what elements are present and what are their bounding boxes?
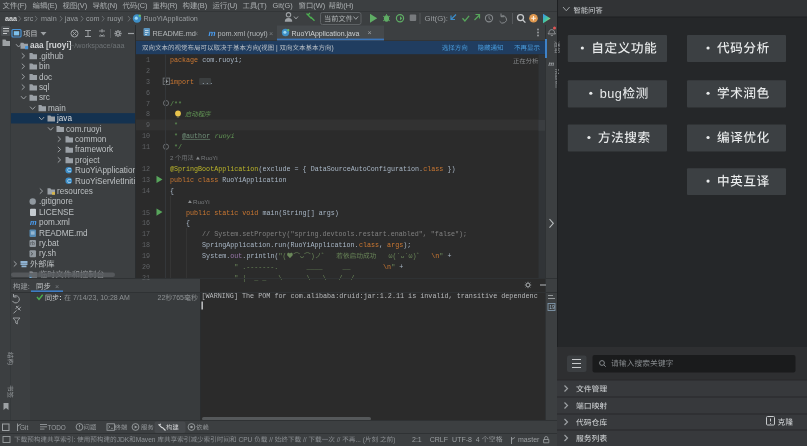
svg-text:src: src xyxy=(24,14,34,23)
svg-text:pom.xml (ruoyi): pom.xml (ruoyi) xyxy=(218,29,268,38)
svg-text:10: 10 xyxy=(142,132,150,140)
svg-text:Git(G): Git(G) xyxy=(273,1,293,10)
svg-text:(N): (N) xyxy=(107,1,117,10)
svg-text:.println(: .println( xyxy=(242,252,278,260)
svg-text://: // xyxy=(335,436,342,443)
svg-text:bin: bin xyxy=(39,62,50,71)
svg-text:12: 12 xyxy=(142,165,150,173)
svg-text:CPU: CPU xyxy=(237,436,255,443)
svg-text:doc: doc xyxy=(39,73,52,82)
svg-text:*: * xyxy=(170,132,182,140)
svg-text:(F): (F) xyxy=(17,1,26,10)
svg-text:" .-------. ____ __: " .-------. ____ __ xyxy=(170,263,383,271)
svg-text:main: main xyxy=(48,104,66,113)
svg-text:13: 13 xyxy=(142,176,150,184)
svg-text:17: 17 xyxy=(142,230,150,238)
svg-text:" | _ _ \ \ \ / /: " | _ _ \ \ \ / / xyxy=(170,274,371,282)
svg-text::: : xyxy=(73,436,77,443)
svg-text:Git: Git xyxy=(20,424,28,431)
svg-text:19: 19 xyxy=(549,304,555,310)
svg-text:RuoYi: RuoYi xyxy=(201,154,218,161)
svg-text:21: 21 xyxy=(142,274,150,282)
svg-text:4: 4 xyxy=(476,436,482,443)
svg-text:~/workspace/aaa: ~/workspace/aaa xyxy=(70,41,125,50)
svg-text:{: { xyxy=(170,219,190,227)
svg-text:2: 2 xyxy=(170,154,175,161)
svg-text:(C): (C) xyxy=(137,1,147,10)
svg-text:ry.sh: ry.sh xyxy=(39,249,57,258)
svg-text:.github: .github xyxy=(39,52,64,61)
svg-text:+: + xyxy=(395,263,403,271)
svg-text:(V): (V) xyxy=(77,1,87,10)
svg-text:TODO: TODO xyxy=(48,424,66,431)
svg-text:"(: "( xyxy=(279,252,287,260)
svg-text:RuoYiApplication.java: RuoYiApplication.java xyxy=(292,30,360,38)
svg-text:aaa: aaa xyxy=(5,14,18,23)
svg-text:RuoYiApplication: RuoYiApplication xyxy=(75,166,137,175)
svg-text:public static void: public static void xyxy=(186,209,262,217)
svg-text:14: 14 xyxy=(142,187,150,195)
svg-text:);: ); xyxy=(403,241,411,249)
svg-text:+: + xyxy=(443,252,451,260)
svg-text:resources: resources xyxy=(57,187,93,196)
svg-text:SpringApplication.run(RuoYiApp: SpringApplication.run(RuoYiApplication. xyxy=(170,241,359,249)
svg-text:2: 2 xyxy=(146,67,150,75)
svg-text:@SpringBootApplication: @SpringBootApplication xyxy=(170,165,258,173)
svg-text:15: 15 xyxy=(142,209,150,217)
svg-text:(B): (B) xyxy=(197,1,207,10)
svg-text:(E): (E) xyxy=(47,1,57,10)
svg-text:8: 8 xyxy=(146,110,150,118)
svg-text:765: 765 xyxy=(172,294,184,301)
svg-text:class: class xyxy=(359,241,379,249)
svg-text:}): }) xyxy=(443,165,455,173)
svg-text:): ) xyxy=(393,436,395,444)
svg-text:C: C xyxy=(67,167,71,173)
svg-text:22: 22 xyxy=(158,294,166,301)
svg-text:): ) xyxy=(311,252,315,260)
svg-text:// System.setProperty("spring.: // System.setProperty("spring.devtools.r… xyxy=(170,230,467,238)
svg-text:2:1: 2:1 xyxy=(412,436,422,443)
svg-text:project: project xyxy=(75,156,100,165)
svg-text:9: 9 xyxy=(146,121,150,129)
svg-text:(exclude = { DataSourceAutoCon: (exclude = { DataSourceAutoConfiguration… xyxy=(258,165,423,173)
svg-text:master: master xyxy=(518,436,540,443)
svg-text:args: args xyxy=(387,241,403,249)
svg-text:ω(´ᴗ`ω): ω(´ᴗ`ω) xyxy=(376,252,416,260)
svg-text:RuoYi: RuoYi xyxy=(193,198,210,205)
svg-text:ry.bat: ry.bat xyxy=(39,239,60,248)
svg-text:\n: \n xyxy=(431,252,439,260)
svg-text:[WARNING] The POM for com.alib: [WARNING] The POM for com.alibaba:druid:… xyxy=(202,292,538,300)
svg-text:bug: bug xyxy=(600,87,623,101)
svg-text:19: 19 xyxy=(142,252,150,260)
svg-text:18: 18 xyxy=(142,241,150,249)
svg-text:@author: @author xyxy=(182,132,210,140)
svg-text:src: src xyxy=(39,93,50,102)
svg-text:7/14/23, 10:28 AM: 7/14/23, 10:28 AM xyxy=(71,294,130,301)
svg-text:×: × xyxy=(55,282,59,291)
svg-text:×: × xyxy=(194,29,198,38)
svg-text:RuoYiServletInitial: RuoYiServletInitial xyxy=(75,177,142,186)
svg-text:main(String[] args): main(String[] args) xyxy=(262,209,338,217)
svg-text:pom.xml: pom.xml xyxy=(39,218,70,227)
svg-text:JDK: JDK xyxy=(117,436,130,443)
svg-text:6: 6 xyxy=(146,89,150,97)
svg-text:Maven: Maven xyxy=(136,436,158,443)
svg-text:sql: sql xyxy=(39,83,50,92)
svg-text::: : xyxy=(28,282,30,291)
svg-text:ruoyi: ruoyi xyxy=(214,132,236,140)
svg-text:com.ruoyi: com.ruoyi xyxy=(66,125,102,134)
svg-text:{: { xyxy=(170,187,174,195)
svg-text::: : xyxy=(59,294,61,302)
svg-text:System.: System. xyxy=(170,252,230,260)
svg-text:20: 20 xyxy=(142,263,150,271)
svg-text:common: common xyxy=(75,135,107,144)
svg-text:×: × xyxy=(269,29,273,38)
svg-text:7: 7 xyxy=(146,100,150,108)
svg-text:out: out xyxy=(230,252,242,260)
svg-text:... (: ... ( xyxy=(355,436,365,444)
svg-text:16: 16 xyxy=(142,219,150,227)
svg-text:package: package xyxy=(170,56,202,64)
svg-text:3: 3 xyxy=(146,78,150,86)
svg-text:com.ruoyi;: com.ruoyi; xyxy=(202,56,242,64)
svg-text:main: main xyxy=(41,14,57,23)
